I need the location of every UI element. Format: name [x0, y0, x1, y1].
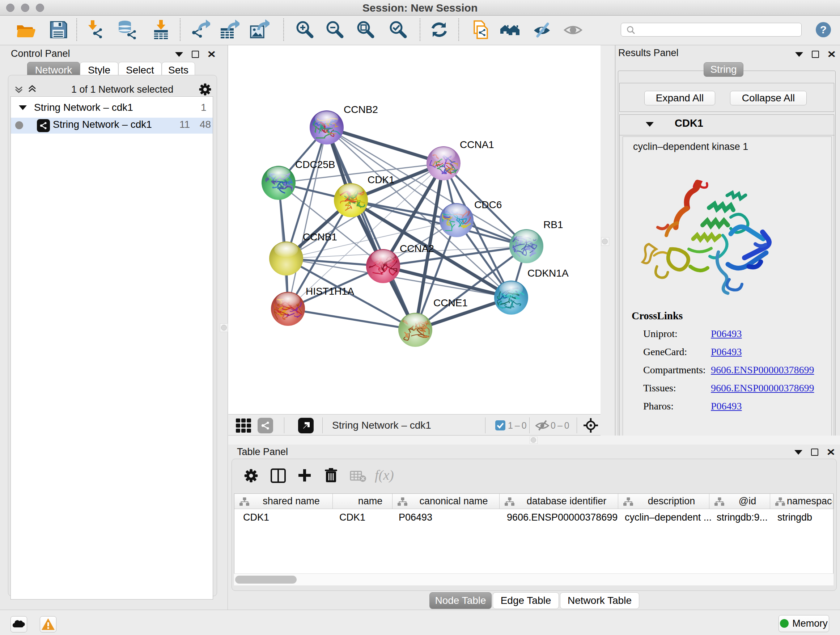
svg-text:CDKN1A: CDKN1A — [527, 268, 569, 279]
svg-text:CCNB1: CCNB1 — [303, 231, 337, 242]
svg-text:CDC25B: CDC25B — [295, 159, 335, 170]
svg-text:HIST1H1A: HIST1H1A — [306, 286, 354, 297]
svg-text:CCNE1: CCNE1 — [433, 297, 468, 309]
svg-text:CCNA1: CCNA1 — [460, 139, 494, 150]
svg-text:CDK1: CDK1 — [368, 174, 395, 185]
svg-text:CCNB2: CCNB2 — [344, 104, 378, 115]
svg-text:CDC6: CDC6 — [474, 199, 502, 211]
svg-text:RB1: RB1 — [543, 219, 563, 230]
svg-text:CCNA2: CCNA2 — [400, 243, 434, 254]
